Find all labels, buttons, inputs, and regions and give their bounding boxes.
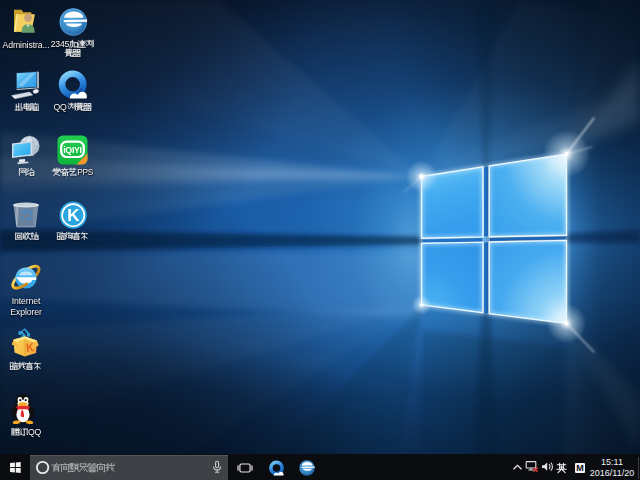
svg-text:K: K	[67, 206, 80, 225]
svg-text:iQIYI: iQIYI	[63, 145, 82, 155]
